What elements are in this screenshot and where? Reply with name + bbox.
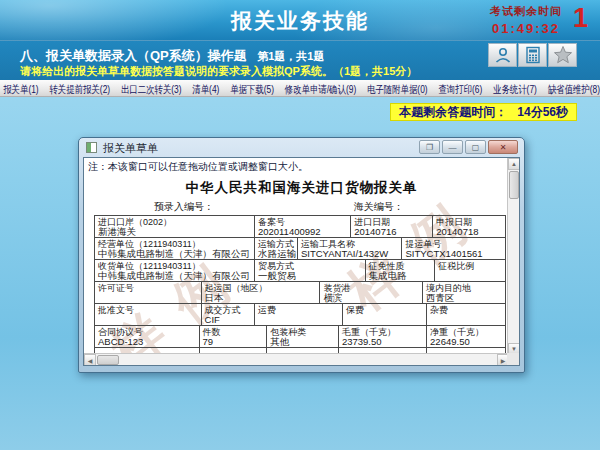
cell-declare-date: 申报日期 20140718 [433,216,505,237]
maximize-button[interactable]: ▢ [465,140,486,154]
vertical-scrollbar[interactable]: ▲ ▼ [507,158,519,355]
cell-record-number: 备案号 202011400992 [255,216,351,237]
cell-transaction-mode: 成交方式 CIF [202,304,255,325]
cell-freight: 运费 [255,304,343,325]
customs-number-label: 海关编号： [354,200,404,214]
window-note: 注：本该窗口可以任意拖动位置或调整窗口大小。 [84,158,519,174]
cell-import-port: 进口口岸（0202） 新港海关 [95,216,255,237]
pin-button[interactable]: ❐ [419,140,440,154]
cell-approval-number: 批准文号 [95,304,202,325]
calculator-button[interactable] [518,43,547,67]
menu-item-modify-confirm[interactable]: 修改单申请/确认(9) [285,81,356,97]
window-titlebar[interactable]: 报关单草单 ❐ — ▢ ✕ [83,138,520,157]
maximize-icon: ▢ [472,143,480,152]
question-timer-value: 14分56秒 [517,105,568,119]
exam-timer: 考试剩余时间 01:49:32 [490,4,562,36]
question-timer-badge: 本题剩余答题时间：14分56秒 [390,103,577,121]
menu-item-e-attached-docs[interactable]: 电子随附单据(0) [367,81,428,97]
vertical-scroll-thumb[interactable] [509,171,519,199]
cell-net-weight: 净重（千克） 22649.50 [427,326,505,347]
scroll-up-arrow-icon[interactable]: ▲ [508,158,520,170]
table-row: 收货单位（1211940311） 中韩集成电路制造（天津）有限公司 贸易方式 一… [95,260,505,282]
cell-exemption-nature: 征免性质 集成电路 [366,260,436,281]
declaration-draft-window: 报关单草单 ❐ — ▢ ✕ 样例 样例 注：本该窗口可以任意拖动位置或调整窗口大… [78,137,525,373]
minimize-icon: — [449,143,457,152]
cell-misc-fees: 杂费 [427,304,505,325]
close-icon: ✕ [500,143,507,152]
window-controls: ❐ — ▢ ✕ [417,140,518,154]
menu-item-declaration[interactable]: 报关单(1) [3,81,38,97]
table-row: 合同协议号 ABCD-123 件数 79 包装种类 其他 毛重（千克） 2373… [95,326,505,348]
cell-consignee-unit: 收货单位（1211940311） 中韩集成电路制造（天津）有限公司 [95,260,255,281]
window-content: 样例 样例 注：本该窗口可以任意拖动位置或调整窗口大小。 中华人民共和国海关进口… [83,157,520,366]
star-button[interactable] [548,43,577,67]
table-row: 经营单位（1211940311） 中韩集成电路制造（天津）有限公司 运输方式 水… [95,238,505,260]
cell-loading-port: 装货港 横滨 [320,282,423,303]
menu-item-list[interactable]: 清单(4) [192,81,219,97]
table-row: 许可证号 起运国（地区） 日本 装货港 横滨 境内目的地 西青区 [95,282,505,304]
scroll-left-arrow-icon[interactable]: ◀ [84,354,96,366]
pre-entry-number-label: 预录入编号： [154,200,214,214]
window-app-icon [86,142,97,153]
cell-operating-unit: 经营单位（1211940311） 中韩集成电路制造（天津）有限公司 [95,238,255,259]
cell-origin-country: 起运国（地区） 日本 [202,282,321,303]
cell-packaging-type: 包装种类 其他 [267,326,339,347]
cell-transport-name: 运输工具名称 SITCYANTAI/1432W [298,238,403,259]
cell-trade-mode: 贸易方式 一般贸易 [255,260,366,281]
app-screen: 报关业务技能 考试剩余时间 01:49:32 1 八、报关单数据录入（QP系统）… [0,0,600,450]
pin-icon: ❐ [426,143,433,152]
cell-license-number: 许可证号 [95,282,202,303]
menu-item-export-second-transit[interactable]: 出口二次转关(3) [121,81,182,97]
menu-item-query-print[interactable]: 查询打印(6) [438,81,482,97]
entry-number-row: 预录入编号： 海关编号： [84,200,519,215]
scrollbar-corner [507,353,519,365]
menu-bar: 报关单(1) 转关提前报关(2) 出口二次转关(3) 清单(4) 单据下载(5)… [0,80,600,97]
user-button[interactable] [488,43,517,67]
cell-gross-weight: 毛重（千克） 23739.50 [339,326,427,347]
cell-domestic-destination: 境内目的地 西青区 [423,282,505,303]
horizontal-scroll-thumb[interactable] [97,355,119,365]
question-title: 八、报关单数据录入（QP系统）操作题 [20,48,247,63]
menu-item-default-maintenance[interactable]: 缺省值维护(8) [548,81,600,97]
page-number: 1 [573,3,588,34]
menu-item-business-stats[interactable]: 业务统计(7) [493,81,537,97]
question-progress: 第1题，共1题 [257,50,324,62]
calculator-icon [524,46,542,64]
form-title: 中华人民共和国海关进口货物报关单 [84,179,519,197]
menu-item-doc-download[interactable]: 单据下载(5) [230,81,274,97]
table-row: 进口口岸（0202） 新港海关 备案号 202011400992 进口日期 20… [95,216,505,238]
cell-insurance: 保费 [343,304,427,325]
user-icon [494,46,512,64]
cell-transport-mode: 运输方式 水路运输 [255,238,298,259]
exam-timer-value: 01:49:32 [490,21,562,36]
menu-item-transit-advance[interactable]: 转关提前报关(2) [49,81,110,97]
cell-bill-number: 提运单号 SITYCTX1401561 [402,238,505,259]
star-icon [553,45,573,65]
cell-import-date: 进口日期 20140716 [351,216,433,237]
cell-piece-count: 件数 79 [200,326,268,347]
window-title: 报关单草单 [103,141,158,156]
declaration-table: 进口口岸（0202） 新港海关 备案号 202011400992 进口日期 20… [94,215,506,361]
horizontal-scrollbar[interactable]: ◀ ▶ [84,353,509,365]
minimize-button[interactable]: — [442,140,463,154]
cell-tax-ratio: 征税比例 [435,260,505,281]
question-heading: 八、报关单数据录入（QP系统）操作题 第1题，共1题 [20,46,325,65]
close-button[interactable]: ✕ [488,140,518,154]
table-row: 批准文号 成交方式 CIF 运费 保费 [95,304,505,326]
toolbar-icon-group [487,43,577,67]
cell-contract-number: 合同协议号 ABCD-123 [95,326,200,347]
question-instruction: 请将给出的报关单草单数据按答题说明的要求录入模拟QP系统。（1题，共15分） [20,64,417,79]
exam-timer-label: 考试剩余时间 [490,4,562,19]
top-banner: 报关业务技能 考试剩余时间 01:49:32 1 [0,0,600,40]
task-header-bar: 八、报关单数据录入（QP系统）操作题 第1题，共1题 请将给出的报关单草单数据按… [0,40,600,80]
question-timer-label: 本题剩余答题时间： [399,105,507,119]
